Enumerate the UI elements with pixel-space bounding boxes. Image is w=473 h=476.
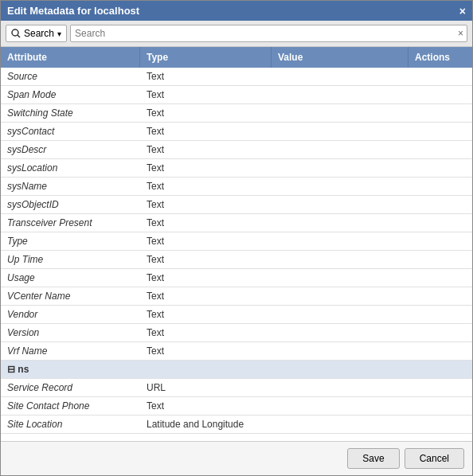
table-header: Attribute Type Value Actions [1, 47, 472, 68]
cell-type: Text [140, 196, 272, 213]
table-row[interactable]: Vrf Name Text [1, 342, 472, 361]
table-body: Source Text Span Mode Text Switching Sta… [1, 68, 472, 441]
svg-point-0 [12, 29, 18, 36]
search-input-wrapper: × [70, 25, 467, 42]
table-row[interactable]: Span Mode Text [1, 86, 472, 104]
cell-actions [408, 232, 472, 250]
search-dropdown-button[interactable]: Search ▾ [6, 25, 67, 42]
col-actions: Actions [408, 47, 472, 68]
cell-value [272, 287, 408, 305]
table-row[interactable]: sysName Text [1, 178, 472, 196]
table-row[interactable]: sysDescr Text [1, 141, 472, 159]
cell-value [272, 123, 408, 140]
search-input[interactable] [71, 25, 455, 41]
cell-actions [408, 123, 472, 140]
cell-type: Latitude and Longitude [140, 416, 272, 433]
cell-value [272, 416, 408, 433]
cell-value [272, 178, 408, 195]
cell-value [272, 342, 408, 360]
toolbar: Search ▾ × [1, 21, 472, 47]
cell-actions [408, 397, 472, 415]
cell-actions [408, 251, 472, 268]
cell-attribute: Service Record [1, 379, 140, 396]
cell-actions [408, 416, 472, 433]
cell-actions [408, 214, 472, 232]
table-row[interactable]: VCenter Name Text [1, 287, 472, 306]
dialog-title: Edit Metadata for localhost [7, 5, 139, 17]
cell-type: Text [140, 178, 272, 195]
table-row[interactable]: Vendor Text [1, 306, 472, 324]
table-row[interactable]: Site Contact Phone Text [1, 397, 472, 416]
cell-value [272, 159, 408, 177]
footer: Save Cancel [1, 441, 472, 475]
group-header-cell: ⊟ ns [1, 361, 140, 378]
cell-type: Text [140, 86, 272, 103]
cell-attribute: Version [1, 324, 140, 341]
table-row[interactable]: Usage Text [1, 269, 472, 287]
cell-attribute: Span Mode [1, 86, 140, 103]
cell-value [272, 232, 408, 250]
cell-value [272, 379, 408, 396]
table-row[interactable]: sysLocation Text [1, 159, 472, 178]
search-icon [11, 29, 21, 38]
cell-type: Text [140, 306, 272, 323]
group-toggle-icon: ⊟ [7, 364, 15, 375]
edit-metadata-dialog: Edit Metadata for localhost × Search ▾ ×… [0, 0, 473, 476]
cell-value [272, 68, 408, 85]
cell-attribute: Usage [1, 269, 140, 287]
cell-value [272, 104, 408, 122]
table-row[interactable]: Transceiver Present Text [1, 214, 472, 232]
table-row[interactable]: Source Text [1, 68, 472, 86]
col-value: Value [272, 47, 408, 68]
cell-attribute: Up Time [1, 251, 140, 268]
table-row[interactable]: Type Text [1, 232, 472, 251]
cell-attribute: sysName [1, 178, 140, 195]
cell-actions [408, 269, 472, 287]
table-row[interactable]: Switching State Text [1, 104, 472, 123]
table-row[interactable]: Up Time Text [1, 251, 472, 269]
table-row[interactable]: Site Location Latitude and Longitude [1, 416, 472, 434]
table-row[interactable]: sysObjectID Text [1, 196, 472, 214]
cell-actions [408, 86, 472, 103]
table-row[interactable]: sysContact Text [1, 123, 472, 141]
search-button-label: Search [24, 28, 54, 39]
cell-actions [408, 68, 472, 85]
cell-attribute: Switching State [1, 104, 140, 122]
save-button[interactable]: Save [347, 448, 399, 469]
cell-attribute: VCenter Name [1, 287, 140, 305]
table-row[interactable]: Service Record URL [1, 379, 472, 397]
cell-value [272, 397, 408, 415]
cell-type: Text [140, 269, 272, 287]
svg-line-1 [18, 35, 20, 37]
title-bar: Edit Metadata for localhost × [1, 1, 472, 21]
cell-type: Text [140, 159, 272, 177]
search-clear-button[interactable]: × [455, 26, 467, 41]
col-attribute: Attribute [1, 47, 140, 68]
cell-actions [408, 379, 472, 396]
col-type: Type [140, 47, 272, 68]
cell-value [272, 196, 408, 213]
cell-actions [408, 196, 472, 213]
cell-attribute: sysContact [1, 123, 140, 140]
cell-attribute: sysObjectID [1, 196, 140, 213]
cell-attribute: Site Contact Phone [1, 397, 140, 415]
cell-value [272, 86, 408, 103]
cell-type: Text [140, 232, 272, 250]
cell-actions [408, 104, 472, 122]
cancel-button[interactable]: Cancel [405, 448, 464, 469]
table-row[interactable]: Version Text [1, 324, 472, 342]
cell-actions [408, 287, 472, 305]
cell-actions [408, 141, 472, 158]
close-button[interactable]: × [459, 6, 466, 17]
group-header-row[interactable]: ⊟ ns [1, 361, 472, 379]
cell-value [272, 324, 408, 341]
cell-attribute: sysDescr [1, 141, 140, 158]
cell-type: Text [140, 123, 272, 140]
cell-type: Text [140, 141, 272, 158]
cell-attribute: sysLocation [1, 159, 140, 177]
cell-actions [408, 342, 472, 360]
cell-type: URL [140, 379, 272, 396]
cell-type: Text [140, 214, 272, 232]
group-header-actions [408, 361, 472, 378]
cell-actions [408, 306, 472, 323]
